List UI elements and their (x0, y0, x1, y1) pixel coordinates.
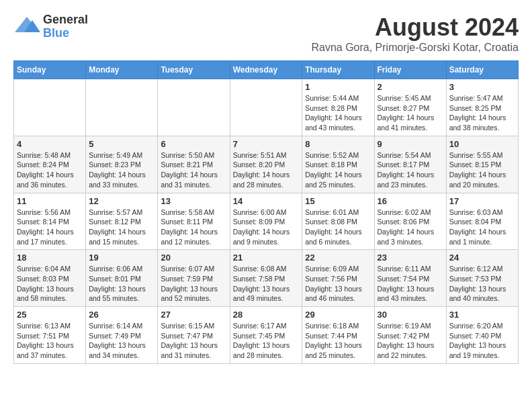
day-info: Sunrise: 6:19 AM Sunset: 7:42 PM Dayligh… (378, 321, 443, 361)
logo-general-text: General (43, 13, 88, 27)
day-of-week-header: Friday (374, 61, 446, 79)
calendar-cell: 9Sunrise: 5:54 AM Sunset: 8:17 PM Daylig… (374, 136, 446, 193)
day-of-week-header: Saturday (446, 61, 518, 79)
day-info: Sunrise: 6:03 AM Sunset: 8:04 PM Dayligh… (449, 208, 515, 247)
calendar-cell: 19Sunrise: 6:06 AM Sunset: 8:01 PM Dayli… (86, 250, 158, 307)
day-number: 2 (378, 82, 443, 92)
title-section: August 2024 Ravna Gora, Primorje-Gorski … (311, 13, 519, 54)
day-info: Sunrise: 6:08 AM Sunset: 7:58 PM Dayligh… (233, 264, 300, 304)
calendar-cell: 31Sunrise: 6:20 AM Sunset: 7:40 PM Dayli… (446, 307, 518, 364)
calendar-cell: 13Sunrise: 5:58 AM Sunset: 8:11 PM Dayli… (158, 193, 230, 250)
day-info: Sunrise: 6:04 AM Sunset: 8:03 PM Dayligh… (17, 264, 83, 304)
calendar-cell (14, 79, 86, 136)
day-info: Sunrise: 6:01 AM Sunset: 8:08 PM Dayligh… (305, 208, 371, 247)
calendar-table: SundayMondayTuesdayWednesdayThursdayFrid… (13, 60, 519, 364)
day-number: 12 (89, 196, 154, 206)
day-number: 7 (233, 139, 300, 149)
calendar-week-row: 25Sunrise: 6:13 AM Sunset: 7:51 PM Dayli… (14, 307, 519, 364)
day-info: Sunrise: 5:52 AM Sunset: 8:18 PM Dayligh… (305, 150, 371, 190)
calendar-cell: 17Sunrise: 6:03 AM Sunset: 8:04 PM Dayli… (446, 193, 518, 250)
day-info: Sunrise: 6:12 AM Sunset: 7:53 PM Dayligh… (449, 264, 515, 304)
day-number: 28 (233, 310, 300, 320)
day-number: 14 (233, 196, 300, 206)
month-year-title: August 2024 (311, 13, 519, 42)
day-info: Sunrise: 5:55 AM Sunset: 8:15 PM Dayligh… (449, 150, 515, 190)
day-info: Sunrise: 6:18 AM Sunset: 7:44 PM Dayligh… (305, 321, 371, 361)
day-info: Sunrise: 5:44 AM Sunset: 8:28 PM Dayligh… (305, 93, 371, 133)
day-number: 4 (17, 139, 83, 149)
calendar-cell: 1Sunrise: 5:44 AM Sunset: 8:28 PM Daylig… (302, 79, 374, 136)
logo-text: General Blue (43, 13, 88, 40)
day-number: 16 (378, 196, 443, 206)
logo: General Blue (13, 13, 88, 40)
calendar-week-row: 11Sunrise: 5:56 AM Sunset: 8:14 PM Dayli… (14, 193, 519, 250)
day-info: Sunrise: 5:51 AM Sunset: 8:20 PM Dayligh… (233, 150, 300, 190)
day-number: 25 (17, 310, 83, 320)
day-number: 15 (305, 196, 371, 206)
day-info: Sunrise: 5:54 AM Sunset: 8:17 PM Dayligh… (378, 150, 443, 190)
day-info: Sunrise: 6:17 AM Sunset: 7:45 PM Dayligh… (233, 321, 300, 361)
calendar-cell: 10Sunrise: 5:55 AM Sunset: 8:15 PM Dayli… (446, 136, 518, 193)
calendar-cell: 14Sunrise: 6:00 AM Sunset: 8:09 PM Dayli… (230, 193, 302, 250)
day-number: 1 (305, 82, 371, 92)
calendar-cell: 3Sunrise: 5:47 AM Sunset: 8:25 PM Daylig… (446, 79, 518, 136)
calendar-cell: 21Sunrise: 6:08 AM Sunset: 7:58 PM Dayli… (230, 250, 302, 307)
day-info: Sunrise: 5:45 AM Sunset: 8:27 PM Dayligh… (378, 93, 443, 133)
day-number: 5 (89, 139, 154, 149)
calendar-cell: 22Sunrise: 6:09 AM Sunset: 7:56 PM Dayli… (302, 250, 374, 307)
day-info: Sunrise: 5:48 AM Sunset: 8:24 PM Dayligh… (17, 150, 83, 190)
day-of-week-header: Sunday (14, 61, 86, 79)
day-number: 26 (89, 310, 154, 320)
calendar-cell (86, 79, 158, 136)
day-of-week-header: Tuesday (158, 61, 230, 79)
day-info: Sunrise: 6:14 AM Sunset: 7:49 PM Dayligh… (89, 321, 154, 361)
calendar-cell: 29Sunrise: 6:18 AM Sunset: 7:44 PM Dayli… (302, 307, 374, 364)
day-number: 24 (449, 253, 515, 263)
calendar-cell (230, 79, 302, 136)
calendar-cell: 20Sunrise: 6:07 AM Sunset: 7:59 PM Dayli… (158, 250, 230, 307)
day-info: Sunrise: 6:02 AM Sunset: 8:06 PM Dayligh… (378, 208, 443, 247)
calendar-cell: 4Sunrise: 5:48 AM Sunset: 8:24 PM Daylig… (14, 136, 86, 193)
calendar-cell: 5Sunrise: 5:49 AM Sunset: 8:23 PM Daylig… (86, 136, 158, 193)
day-info: Sunrise: 5:47 AM Sunset: 8:25 PM Dayligh… (449, 93, 515, 133)
day-of-week-header: Thursday (302, 61, 374, 79)
day-of-week-header: Monday (86, 61, 158, 79)
day-info: Sunrise: 6:06 AM Sunset: 8:01 PM Dayligh… (89, 264, 154, 304)
calendar-cell: 2Sunrise: 5:45 AM Sunset: 8:27 PM Daylig… (374, 79, 446, 136)
day-info: Sunrise: 6:11 AM Sunset: 7:54 PM Dayligh… (378, 264, 443, 304)
day-number: 10 (449, 139, 515, 149)
calendar-cell: 7Sunrise: 5:51 AM Sunset: 8:20 PM Daylig… (230, 136, 302, 193)
calendar-cell: 6Sunrise: 5:50 AM Sunset: 8:21 PM Daylig… (158, 136, 230, 193)
calendar-cell: 28Sunrise: 6:17 AM Sunset: 7:45 PM Dayli… (230, 307, 302, 364)
calendar-cell: 16Sunrise: 6:02 AM Sunset: 8:06 PM Dayli… (374, 193, 446, 250)
day-info: Sunrise: 6:07 AM Sunset: 7:59 PM Dayligh… (161, 264, 226, 304)
day-number: 9 (378, 139, 443, 149)
day-number: 3 (449, 82, 515, 92)
day-number: 21 (233, 253, 300, 263)
day-info: Sunrise: 6:20 AM Sunset: 7:40 PM Dayligh… (449, 321, 515, 361)
calendar-cell: 26Sunrise: 6:14 AM Sunset: 7:49 PM Dayli… (86, 307, 158, 364)
day-number: 23 (378, 253, 443, 263)
calendar-week-row: 1Sunrise: 5:44 AM Sunset: 8:28 PM Daylig… (14, 79, 519, 136)
calendar-cell: 15Sunrise: 6:01 AM Sunset: 8:08 PM Dayli… (302, 193, 374, 250)
calendar-cell (158, 79, 230, 136)
day-info: Sunrise: 6:15 AM Sunset: 7:47 PM Dayligh… (161, 321, 226, 361)
logo-icon (13, 13, 40, 40)
day-info: Sunrise: 5:56 AM Sunset: 8:14 PM Dayligh… (17, 208, 83, 247)
day-number: 13 (161, 196, 226, 206)
day-info: Sunrise: 6:13 AM Sunset: 7:51 PM Dayligh… (17, 321, 83, 361)
calendar-cell: 27Sunrise: 6:15 AM Sunset: 7:47 PM Dayli… (158, 307, 230, 364)
day-info: Sunrise: 5:58 AM Sunset: 8:11 PM Dayligh… (161, 208, 226, 247)
day-number: 6 (161, 139, 226, 149)
day-number: 8 (305, 139, 371, 149)
day-info: Sunrise: 5:57 AM Sunset: 8:12 PM Dayligh… (89, 208, 154, 247)
day-number: 11 (17, 196, 83, 206)
day-number: 20 (161, 253, 226, 263)
calendar-cell: 11Sunrise: 5:56 AM Sunset: 8:14 PM Dayli… (14, 193, 86, 250)
day-number: 22 (305, 253, 371, 263)
day-number: 19 (89, 253, 154, 263)
day-number: 29 (305, 310, 371, 320)
day-info: Sunrise: 5:50 AM Sunset: 8:21 PM Dayligh… (161, 150, 226, 190)
calendar-cell: 25Sunrise: 6:13 AM Sunset: 7:51 PM Dayli… (14, 307, 86, 364)
day-number: 18 (17, 253, 83, 263)
